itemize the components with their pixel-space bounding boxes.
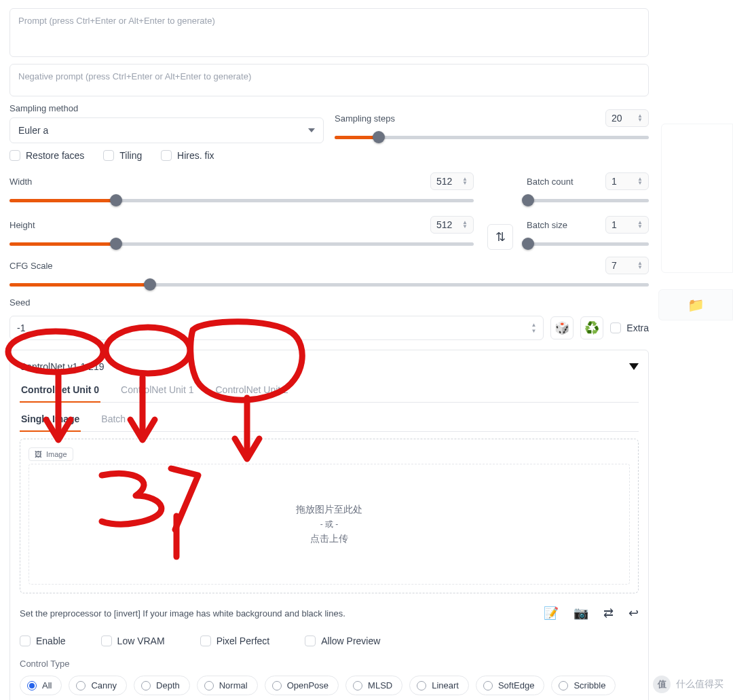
control-type-label: Control Type	[20, 659, 639, 669]
extra-checkbox[interactable]	[610, 323, 621, 333]
watermark: 值 什么值得买	[653, 676, 723, 693]
seed-recycle-button[interactable]: ♻️	[580, 316, 603, 339]
batch-size-value[interactable]: 1▲▼	[605, 216, 649, 234]
hires-fix-checkbox[interactable]: Hires. fix	[161, 150, 214, 161]
controlnet-image-dropzone[interactable]: 🖼Image 拖放图片至此处 - 或 - 点击上传	[20, 439, 639, 593]
negative-prompt-textarea[interactable]: Negative prompt (press Ctrl+Enter or Alt…	[10, 64, 649, 96]
drop-text-or: - 或 -	[320, 519, 339, 530]
control-type-mlsd[interactable]: MLSD	[345, 676, 402, 695]
seed-label: Seed	[10, 297, 649, 308]
tab-batch[interactable]: Batch	[100, 408, 127, 431]
height-value[interactable]: 512▲▼	[430, 216, 474, 234]
batch-size-label: Batch size	[527, 220, 567, 230]
seed-input[interactable]: -1 ▲▼	[10, 316, 544, 340]
drop-text-2: 点击上传	[310, 533, 348, 545]
prompt-textarea[interactable]: Prompt (press Ctrl+Enter or Alt+Enter to…	[10, 8, 649, 57]
preprocessor-hint: Set the preprocessor to [invert] If your…	[20, 608, 345, 619]
controlnet-mode-tabs: Single Image Batch	[20, 408, 639, 432]
swap-icon[interactable]: ⇄	[603, 606, 614, 621]
radio-icon	[27, 681, 37, 690]
image-icon: 🖼	[35, 450, 42, 458]
chevron-down-icon	[308, 128, 315, 132]
control-type-softedge[interactable]: SoftEdge	[476, 676, 545, 695]
enable-checkbox[interactable]: Enable	[20, 635, 66, 646]
radio-icon	[272, 681, 282, 690]
control-type-canny[interactable]: Canny	[69, 676, 127, 695]
recycle-icon: ♻️	[584, 320, 599, 335]
radio-icon	[559, 681, 568, 690]
radio-icon	[353, 681, 362, 690]
radio-icon	[141, 681, 151, 690]
dice-icon: 🎲	[555, 320, 569, 335]
width-label: Width	[10, 177, 32, 187]
output-toolbar: 📁	[658, 289, 733, 320]
control-type-lineart[interactable]: Lineart	[409, 676, 469, 695]
tiling-checkbox[interactable]: Tiling	[103, 150, 142, 161]
width-value[interactable]: 512▲▼	[430, 172, 474, 190]
edit-icon[interactable]: 📝	[544, 606, 559, 621]
collapse-icon[interactable]	[629, 363, 639, 370]
sampling-method-select[interactable]: Euler a	[10, 117, 324, 143]
width-slider[interactable]	[10, 194, 474, 206]
tab-controlnet-unit-0[interactable]: ControlNet Unit 0	[20, 379, 100, 402]
height-slider[interactable]	[10, 238, 474, 250]
output-preview	[661, 124, 733, 273]
radio-icon	[483, 681, 493, 690]
camera-icon[interactable]: 📷	[574, 606, 588, 621]
seed-random-button[interactable]: 🎲	[550, 316, 574, 339]
tab-single-image[interactable]: Single Image	[20, 408, 81, 431]
drop-text-1: 拖放图片至此处	[296, 504, 362, 516]
control-type-openpose[interactable]: OpenPose	[265, 676, 339, 695]
batch-count-label: Batch count	[527, 177, 574, 187]
allow-preview-checkbox[interactable]: Allow Preview	[305, 635, 380, 646]
controlnet-accordion: ControlNet v1.1.219 ControlNet Unit 0 Co…	[10, 350, 649, 700]
control-type-normal[interactable]: Normal	[197, 676, 258, 695]
sampling-method-label: Sampling method	[10, 103, 324, 113]
sampling-steps-label: Sampling steps	[335, 113, 395, 124]
batch-count-value[interactable]: 1▲▼	[605, 172, 649, 190]
low-vram-checkbox[interactable]: Low VRAM	[101, 635, 165, 646]
pixel-perfect-checkbox[interactable]: Pixel Perfect	[200, 635, 270, 646]
tab-controlnet-unit-1[interactable]: ControlNet Unit 1	[119, 379, 195, 402]
control-type-all[interactable]: All	[20, 676, 62, 695]
controlnet-title: ControlNet v1.1.219	[20, 361, 105, 372]
controlnet-unit-tabs: ControlNet Unit 0 ControlNet Unit 1 Cont…	[20, 379, 639, 403]
cfg-scale-value[interactable]: 7▲▼	[605, 257, 649, 274]
control-type-scribble[interactable]: Scribble	[551, 676, 616, 695]
radio-icon	[76, 681, 86, 690]
sampling-method-value: Euler a	[18, 125, 48, 136]
radio-icon	[204, 681, 214, 690]
sampling-steps-slider[interactable]	[335, 131, 649, 143]
height-label: Height	[10, 220, 35, 230]
swap-dimensions-button[interactable]: ⇅	[487, 224, 513, 250]
cfg-scale-slider[interactable]	[10, 278, 649, 291]
batch-size-slider[interactable]	[527, 238, 649, 250]
control-type-depth[interactable]: Depth	[134, 676, 190, 695]
cfg-scale-label: CFG Scale	[10, 261, 53, 271]
sampling-steps-value[interactable]: 20 ▲▼	[605, 109, 649, 127]
folder-icon[interactable]: 📁	[688, 297, 704, 313]
radio-icon	[417, 681, 426, 690]
batch-count-slider[interactable]	[527, 194, 649, 206]
restore-faces-checkbox[interactable]: Restore faces	[10, 150, 84, 161]
tab-controlnet-unit-2[interactable]: ControlNet Unit 2	[214, 379, 290, 402]
return-icon[interactable]: ↩	[628, 606, 639, 621]
